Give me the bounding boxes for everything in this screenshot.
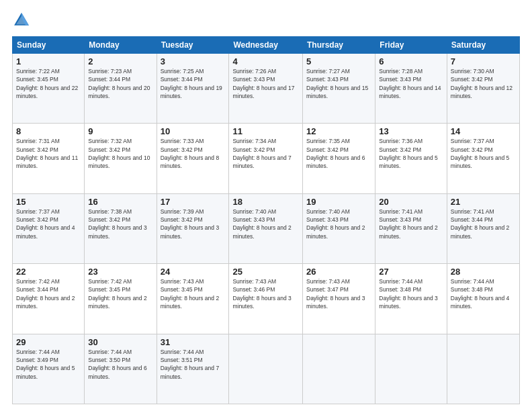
calendar-cell: 1Sunrise: 7:22 AMSunset: 3:45 PMDaylight… — [13, 54, 85, 124]
day-number: 31 — [161, 337, 226, 347]
calendar-cell: 31Sunrise: 7:44 AMSunset: 3:51 PMDayligh… — [157, 334, 229, 404]
day-number: 30 — [88, 337, 152, 347]
calendar-cell: 11Sunrise: 7:34 AMSunset: 3:42 PMDayligh… — [229, 124, 303, 193]
header — [12, 11, 520, 30]
calendar-cell: 16Sunrise: 7:38 AMSunset: 3:42 PMDayligh… — [85, 193, 157, 263]
calendar-cell: 14Sunrise: 7:37 AMSunset: 3:42 PMDayligh… — [447, 124, 519, 193]
calendar-cell: 9Sunrise: 7:32 AMSunset: 3:42 PMDaylight… — [85, 124, 157, 193]
day-info: Sunrise: 7:43 AMSunset: 3:46 PMDaylight:… — [232, 278, 291, 310]
day-info: Sunrise: 7:31 AMSunset: 3:42 PMDaylight:… — [16, 138, 78, 169]
calendar-cell: 29Sunrise: 7:44 AMSunset: 3:49 PMDayligh… — [13, 334, 85, 404]
day-number: 16 — [88, 197, 152, 207]
day-info: Sunrise: 7:40 AMSunset: 3:43 PMDaylight:… — [232, 208, 291, 240]
day-number: 12 — [306, 126, 371, 136]
day-number: 1 — [16, 56, 81, 66]
day-header-saturday: Saturday — [447, 37, 519, 54]
day-header-tuesday: Tuesday — [157, 37, 229, 54]
day-info: Sunrise: 7:36 AMSunset: 3:42 PMDaylight:… — [379, 138, 437, 169]
day-number: 14 — [451, 126, 516, 136]
day-info: Sunrise: 7:43 AMSunset: 3:47 PMDaylight:… — [306, 278, 365, 310]
day-info: Sunrise: 7:44 AMSunset: 3:49 PMDaylight:… — [16, 349, 75, 380]
day-info: Sunrise: 7:44 AMSunset: 3:48 PMDaylight:… — [379, 278, 437, 310]
calendar-cell: 4Sunrise: 7:26 AMSunset: 3:43 PMDaylight… — [229, 54, 303, 124]
day-info: Sunrise: 7:42 AMSunset: 3:45 PMDaylight:… — [88, 278, 146, 310]
day-info: Sunrise: 7:34 AMSunset: 3:42 PMDaylight:… — [232, 138, 291, 169]
day-info: Sunrise: 7:44 AMSunset: 3:51 PMDaylight:… — [161, 349, 219, 380]
calendar-cell: 25Sunrise: 7:43 AMSunset: 3:46 PMDayligh… — [229, 264, 303, 334]
calendar-cell: 24Sunrise: 7:43 AMSunset: 3:45 PMDayligh… — [157, 264, 229, 334]
day-number: 21 — [451, 197, 516, 207]
calendar-cell — [447, 334, 519, 404]
calendar-cell: 22Sunrise: 7:42 AMSunset: 3:44 PMDayligh… — [13, 264, 85, 334]
day-info: Sunrise: 7:43 AMSunset: 3:45 PMDaylight:… — [161, 278, 219, 310]
calendar-cell — [375, 334, 447, 404]
calendar-cell: 27Sunrise: 7:44 AMSunset: 3:48 PMDayligh… — [375, 264, 447, 334]
day-number: 18 — [232, 197, 299, 207]
calendar-cell: 17Sunrise: 7:39 AMSunset: 3:42 PMDayligh… — [157, 193, 229, 263]
day-number: 24 — [161, 267, 226, 277]
calendar-cell: 28Sunrise: 7:44 AMSunset: 3:48 PMDayligh… — [447, 264, 519, 334]
day-info: Sunrise: 7:41 AMSunset: 3:44 PMDaylight:… — [451, 208, 509, 240]
day-info: Sunrise: 7:37 AMSunset: 3:42 PMDaylight:… — [451, 138, 509, 169]
calendar-cell: 10Sunrise: 7:33 AMSunset: 3:42 PMDayligh… — [157, 124, 229, 193]
calendar-cell: 3Sunrise: 7:25 AMSunset: 3:44 PMDaylight… — [157, 54, 229, 124]
day-info: Sunrise: 7:22 AMSunset: 3:45 PMDaylight:… — [16, 68, 78, 99]
calendar-header-row: SundayMondayTuesdayWednesdayThursdayFrid… — [13, 37, 520, 54]
day-header-thursday: Thursday — [303, 37, 375, 54]
day-info: Sunrise: 7:42 AMSunset: 3:44 PMDaylight:… — [16, 278, 75, 310]
day-number: 15 — [16, 197, 81, 207]
calendar-cell: 8Sunrise: 7:31 AMSunset: 3:42 PMDaylight… — [13, 124, 85, 193]
calendar-week-1: 1Sunrise: 7:22 AMSunset: 3:45 PMDaylight… — [13, 54, 520, 124]
day-number: 13 — [379, 126, 443, 136]
calendar-cell: 18Sunrise: 7:40 AMSunset: 3:43 PMDayligh… — [229, 193, 303, 263]
calendar-week-2: 8Sunrise: 7:31 AMSunset: 3:42 PMDaylight… — [13, 124, 520, 193]
day-number: 20 — [379, 197, 443, 207]
day-info: Sunrise: 7:33 AMSunset: 3:42 PMDaylight:… — [161, 138, 219, 169]
calendar-cell: 12Sunrise: 7:35 AMSunset: 3:42 PMDayligh… — [303, 124, 375, 193]
day-number: 22 — [16, 267, 81, 277]
day-header-wednesday: Wednesday — [229, 37, 303, 54]
day-number: 11 — [232, 126, 299, 136]
day-number: 3 — [161, 56, 226, 66]
day-number: 8 — [16, 126, 81, 136]
logo-icon — [12, 11, 31, 30]
day-number: 4 — [232, 56, 299, 66]
calendar-cell: 23Sunrise: 7:42 AMSunset: 3:45 PMDayligh… — [85, 264, 157, 334]
calendar-cell: 5Sunrise: 7:27 AMSunset: 3:43 PMDaylight… — [303, 54, 375, 124]
day-info: Sunrise: 7:23 AMSunset: 3:44 PMDaylight:… — [88, 68, 150, 99]
day-info: Sunrise: 7:28 AMSunset: 3:43 PMDaylight:… — [379, 68, 441, 99]
calendar-cell: 7Sunrise: 7:30 AMSunset: 3:42 PMDaylight… — [447, 54, 519, 124]
day-number: 6 — [379, 56, 443, 66]
day-info: Sunrise: 7:38 AMSunset: 3:42 PMDaylight:… — [88, 208, 146, 240]
day-number: 26 — [306, 267, 371, 277]
day-number: 29 — [16, 337, 81, 347]
day-number: 9 — [88, 126, 152, 136]
day-number: 28 — [451, 267, 516, 277]
day-info: Sunrise: 7:30 AMSunset: 3:42 PMDaylight:… — [451, 68, 513, 99]
day-info: Sunrise: 7:44 AMSunset: 3:48 PMDaylight:… — [451, 278, 509, 310]
day-number: 2 — [88, 56, 152, 66]
day-number: 7 — [451, 56, 516, 66]
day-number: 25 — [232, 267, 299, 277]
day-info: Sunrise: 7:44 AMSunset: 3:50 PMDaylight:… — [88, 349, 146, 380]
day-number: 23 — [88, 267, 152, 277]
calendar-cell: 26Sunrise: 7:43 AMSunset: 3:47 PMDayligh… — [303, 264, 375, 334]
day-info: Sunrise: 7:40 AMSunset: 3:43 PMDaylight:… — [306, 208, 365, 240]
calendar-cell: 15Sunrise: 7:37 AMSunset: 3:42 PMDayligh… — [13, 193, 85, 263]
calendar-cell: 6Sunrise: 7:28 AMSunset: 3:43 PMDaylight… — [375, 54, 447, 124]
day-header-friday: Friday — [375, 37, 447, 54]
day-info: Sunrise: 7:27 AMSunset: 3:43 PMDaylight:… — [306, 68, 368, 99]
day-info: Sunrise: 7:25 AMSunset: 3:44 PMDaylight:… — [161, 68, 222, 99]
calendar-cell: 13Sunrise: 7:36 AMSunset: 3:42 PMDayligh… — [375, 124, 447, 193]
calendar-cell: 21Sunrise: 7:41 AMSunset: 3:44 PMDayligh… — [447, 193, 519, 263]
logo — [12, 11, 34, 30]
calendar-cell: 19Sunrise: 7:40 AMSunset: 3:43 PMDayligh… — [303, 193, 375, 263]
day-number: 27 — [379, 267, 443, 277]
calendar-cell: 2Sunrise: 7:23 AMSunset: 3:44 PMDaylight… — [85, 54, 157, 124]
calendar-table: SundayMondayTuesdayWednesdayThursdayFrid… — [12, 36, 520, 404]
day-info: Sunrise: 7:26 AMSunset: 3:43 PMDaylight:… — [232, 68, 294, 99]
day-header-monday: Monday — [85, 37, 157, 54]
day-info: Sunrise: 7:32 AMSunset: 3:42 PMDaylight:… — [88, 138, 150, 169]
calendar-cell — [303, 334, 375, 404]
day-header-sunday: Sunday — [13, 37, 85, 54]
